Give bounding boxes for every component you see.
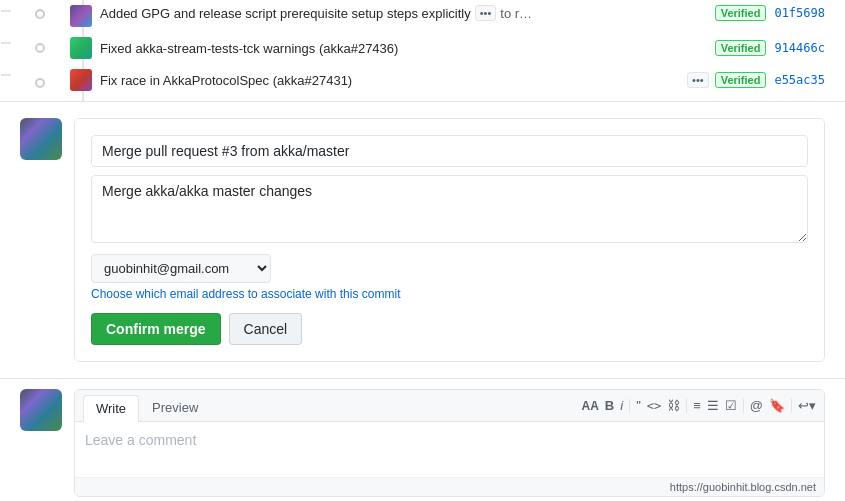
cancel-button[interactable]: Cancel [229,313,303,345]
toolbar-mention-icon[interactable]: @ [750,398,763,413]
toolbar-reply-icon[interactable]: ↩▾ [798,398,816,413]
comment-editor: Write Preview AA B i " <> ⛓ ≡ ☰ ☑ @ [74,389,825,497]
merge-form: Merge akka/akka master changes guobinhit… [74,118,825,362]
commit-avatar-1 [70,5,92,27]
commit-row-2: Fixed akka-stream-tests-tck warnings (ak… [20,32,825,64]
commit-message-2: Fixed akka-stream-tests-tck warnings (ak… [100,41,709,56]
toolbar-task-icon[interactable]: ☑ [725,398,737,413]
toolbar-code-icon[interactable]: <> [647,399,661,413]
toolbar-divider-3 [743,399,744,413]
commit-row-3: Fix race in AkkaProtocolSpec (akka#27431… [20,64,825,101]
toolbar-divider-4 [791,399,792,413]
write-tab[interactable]: Write [83,395,139,422]
commit-avatar-3 [70,69,92,91]
merge-description-textarea[interactable]: Merge akka/akka master changes [91,175,808,243]
commit-ellipsis-text-1: to r… [500,6,532,21]
toolbar-aa-icon[interactable]: AA [582,399,599,413]
verified-badge-2: Verified [715,40,767,56]
commit-ellipsis-1[interactable]: ••• [475,5,497,21]
merge-section: Merge akka/akka master changes guobinhit… [0,101,845,378]
email-select[interactable]: guobinhit@gmail.com [91,254,271,283]
toolbar-ul-icon[interactable]: ≡ [693,398,701,413]
commit-sha-2[interactable]: 914466c [774,41,825,55]
toolbar-link-icon[interactable]: ⛓ [667,398,680,413]
commit-avatar-2 [70,37,92,59]
commit-message-1: Added GPG and release script prerequisit… [100,6,471,21]
commit-sha-3[interactable]: e55ac35 [774,73,825,87]
toolbar-italic-icon[interactable]: i [620,398,623,413]
toolbar-divider-2 [686,399,687,413]
confirm-merge-button[interactable]: Confirm merge [91,313,221,345]
toolbar-bold-icon[interactable]: B [605,398,614,413]
verified-badge-3: Verified [715,72,767,88]
comment-footer: https://guobinhit.blog.csdn.net [75,477,824,496]
red-arrow-indicator [74,314,76,345]
email-help-text: Choose which email address to associate … [91,287,808,301]
toolbar-ol-icon[interactable]: ☰ [707,398,719,413]
comment-input-area[interactable]: Leave a comment [75,422,824,477]
commit-ellipsis-3[interactable]: ••• [687,72,709,88]
commit-row-1: Added GPG and release script prerequisit… [20,0,825,32]
merge-title-input[interactable] [91,135,808,167]
commit-message-3: Fix race in AkkaProtocolSpec (akka#27431… [100,73,681,88]
comment-section: Write Preview AA B i " <> ⛓ ≡ ☰ ☑ @ [0,378,845,501]
verified-badge-1: Verified [715,5,767,21]
toolbar-divider-1 [629,399,630,413]
preview-tab[interactable]: Preview [139,394,211,421]
merge-actions-wrapper: Confirm merge Cancel [91,313,808,345]
comment-user-avatar [20,389,62,431]
commit-sha-1[interactable]: 01f5698 [774,6,825,20]
user-avatar [20,118,62,160]
toolbar-quote-icon[interactable]: " [636,398,641,413]
toolbar-ref-icon[interactable]: 🔖 [769,398,785,413]
